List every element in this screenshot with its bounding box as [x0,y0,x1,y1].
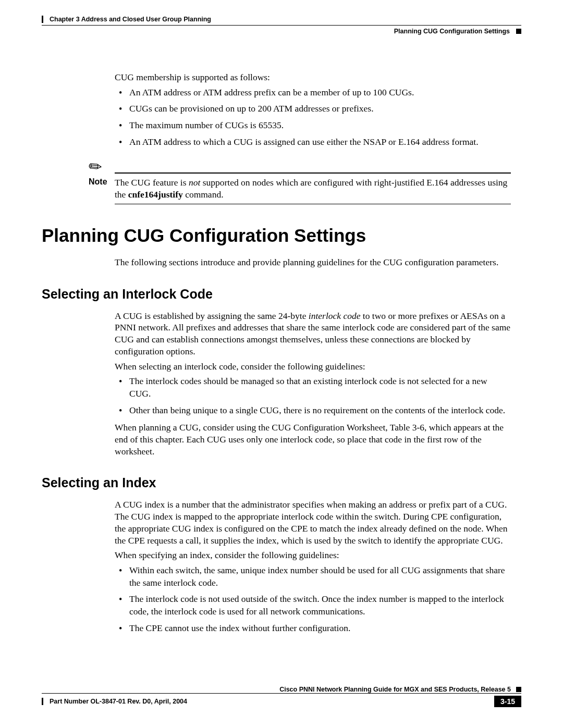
list-item: The interlock codes should be managed so… [129,375,511,400]
interlock-block: A CUG is established by assigning the sa… [115,310,511,458]
index-block: A CUG index is a number that the adminis… [115,499,511,634]
footer-top: Cisco PNNI Network Planning Guide for MG… [42,686,521,693]
h1-intro-paragraph: The following sections introduce and pro… [115,256,511,268]
index-bullets: Within each switch, the same, unique ind… [115,564,511,634]
footer-rule [42,693,521,694]
text-part: A CUG is established by assigning the sa… [115,311,309,321]
intro-paragraph: CUG membership is supported as follows: [115,71,511,83]
interlock-p2: When selecting an interlock code, consid… [115,361,511,373]
heading-planning-cug: Planning CUG Configuration Settings [42,225,521,246]
footer-part-number: Part Number OL-3847-01 Rev. D0, April, 2… [42,698,187,705]
note-text: The CUG feature is not supported on node… [115,177,511,201]
index-p2: When specifying an index, consider the f… [115,549,511,561]
list-item: The CPE cannot use the index without fur… [129,622,511,635]
interlock-p1: A CUG is established by assigning the sa… [115,310,511,357]
index-p1: A CUG index is a number that the adminis… [115,499,511,546]
interlock-bullets: The interlock codes should be managed so… [115,375,511,416]
footer-doc-title: Cisco PNNI Network Planning Guide for MG… [279,686,511,693]
note-text-part: command. [183,189,224,200]
heading-index: Selecting an Index [42,475,521,490]
interlock-p3: When planning a CUG, consider using the … [115,422,511,457]
note-text-bold: cnfe164justify [128,189,183,200]
note-block: ✎ Note The CUG feature is not supported … [42,157,521,204]
header-section-title: Planning CUG Configuration Settings [42,28,521,35]
header-rule [42,25,521,26]
note-text-italic: not [189,177,200,188]
text-italic: interlock code [309,311,361,321]
list-item: The interlock code is not used outside o… [129,593,511,618]
intro-block: CUG membership is supported as follows: … [115,71,511,148]
list-item: An ATM address to which a CUG is assigne… [129,136,511,149]
list-item: Within each switch, the same, unique ind… [129,564,511,589]
footer-bottom: Part Number OL-3847-01 Rev. D0, April, 2… [42,696,521,707]
header-chapter: Chapter 3 Address and Closed User Group … [42,16,521,23]
list-item: Other than being unique to a single CUG,… [129,404,511,417]
square-icon [516,687,521,692]
list-item: An ATM address or ATM address prefix can… [129,87,511,99]
intro-bullets: An ATM address or ATM address prefix can… [115,87,511,149]
h1-intro-block: The following sections introduce and pro… [115,256,511,268]
page-number-badge: 3-15 [494,696,521,707]
note-label: Note [89,177,115,201]
note-text-part: The CUG feature is [115,177,189,188]
note-rule-top [115,172,511,174]
page-header: Chapter 3 Address and Closed User Group … [42,16,521,35]
note-rule-bot [115,204,511,204]
heading-interlock: Selecting an Interlock Code [42,287,521,302]
note-body: Note The CUG feature is not supported on… [89,177,511,201]
list-item: CUGs can be provisioned on up to 200 ATM… [129,103,511,115]
list-item: The maximum number of CUGs is 65535. [129,119,511,132]
pencil-icon: ✎ [84,155,106,178]
page-footer: Cisco PNNI Network Planning Guide for MG… [42,686,521,707]
